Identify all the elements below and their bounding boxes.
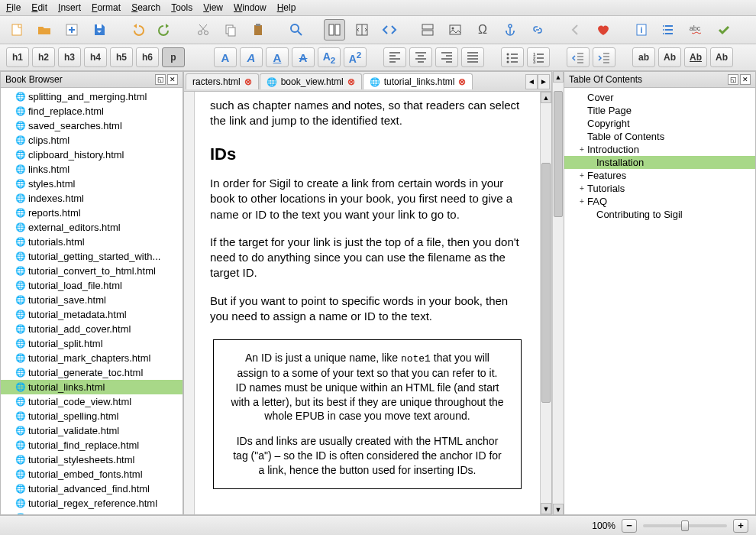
redo-icon[interactable] [154, 19, 176, 41]
file-item[interactable]: 🌐tutorial_convert_to_html.html [1, 264, 183, 278]
file-item[interactable]: 🌐tutorial_generate_toc.html [1, 365, 183, 380]
toc-item[interactable]: +Tutorials [564, 182, 755, 195]
scroll-up-icon[interactable]: ▲ [553, 71, 564, 83]
toc-item[interactable]: Title Page [564, 104, 755, 117]
case-upper-icon[interactable]: Ab [684, 47, 707, 67]
file-item[interactable]: 🌐saved_searches.html [1, 118, 183, 133]
toc-item[interactable]: Contributing to Sigil [564, 208, 755, 221]
open-icon[interactable] [34, 19, 55, 41]
link-icon[interactable] [527, 19, 548, 41]
expand-icon[interactable]: + [578, 145, 586, 154]
file-item[interactable]: 🌐clips.html [1, 133, 183, 148]
align-justify-icon[interactable] [461, 47, 484, 67]
insert-image-icon[interactable] [444, 19, 466, 41]
toc-item[interactable]: +Introduction [564, 143, 755, 156]
indent-icon[interactable] [593, 47, 615, 67]
donate-icon[interactable] [593, 19, 614, 41]
heading-h2-button[interactable]: h2 [32, 47, 55, 67]
validate-icon[interactable] [713, 19, 735, 41]
file-item[interactable]: 🌐clipboard_history.html [1, 148, 183, 162]
align-right-icon[interactable] [435, 47, 458, 67]
menu-insert[interactable]: Insert [58, 2, 81, 13]
align-center-icon[interactable] [409, 47, 432, 67]
book-view-icon[interactable] [324, 19, 345, 41]
case-lower-icon[interactable]: ab [632, 47, 655, 67]
file-item[interactable]: 🌐styles.html [1, 177, 183, 191]
paste-icon[interactable] [247, 19, 269, 41]
scroll-up-icon[interactable]: ▲ [541, 92, 551, 103]
toc-icon[interactable] [658, 19, 680, 41]
toc-item[interactable]: Table of Contents [564, 130, 755, 143]
file-item[interactable]: 🌐tutorial_advanced_find.html [1, 481, 183, 496]
copy-icon[interactable] [220, 19, 241, 41]
close-tab-icon[interactable]: ⊗ [458, 76, 466, 87]
cut-icon[interactable] [192, 19, 214, 41]
subscript-icon[interactable]: A2 [318, 47, 341, 67]
heading-h3-button[interactable]: h3 [58, 47, 81, 67]
zoom-out-button[interactable]: − [622, 519, 637, 533]
editor-content[interactable]: such as chapter names and notes, so that… [195, 92, 540, 514]
scroll-down-icon[interactable]: ▼ [541, 503, 551, 514]
case-swap-icon[interactable]: Ab [710, 47, 733, 67]
heading-h6-button[interactable]: h6 [136, 47, 159, 67]
save-icon[interactable] [89, 19, 110, 41]
zoom-in-button[interactable]: + [733, 519, 748, 533]
file-item[interactable]: 🌐tutorial_split.html [1, 336, 183, 351]
menu-file[interactable]: File [6, 2, 21, 13]
undo-icon[interactable] [127, 19, 148, 41]
strike-icon[interactable]: A [292, 47, 315, 67]
menu-view[interactable]: View [203, 2, 223, 13]
case-title-icon[interactable]: Ab [658, 47, 681, 67]
back-icon[interactable] [565, 19, 586, 41]
file-item[interactable]: 🌐tutorial_validate.html [1, 423, 183, 438]
file-item[interactable]: 🌐tutorial_find_replace.html [1, 438, 183, 452]
menu-format[interactable]: Format [92, 2, 121, 13]
file-item[interactable]: 🌐indexes.html [1, 191, 183, 206]
code-view-icon[interactable] [379, 19, 400, 41]
file-item[interactable]: 🌐tutorial_add_cover.html [1, 322, 183, 336]
split-icon[interactable] [417, 19, 438, 41]
add-icon[interactable] [61, 19, 82, 41]
panel-float-icon[interactable]: ◱ [728, 74, 738, 85]
heading-h4-button[interactable]: h4 [84, 47, 107, 67]
split-view-icon[interactable] [351, 19, 373, 41]
file-item[interactable]: 🌐tutorial_spelling.html [1, 409, 183, 423]
toc-item[interactable]: Cover [564, 91, 755, 104]
file-item[interactable]: 🌐tutorial_mark_chapters.html [1, 351, 183, 365]
metadata-icon[interactable]: i [631, 19, 652, 41]
tab-next-icon[interactable]: ► [538, 74, 550, 89]
toc-list[interactable]: CoverTitle PageCopyrightTable of Content… [564, 88, 755, 514]
menu-window[interactable]: Window [234, 2, 267, 13]
editor-scrollbar[interactable]: ▲ ▼ [540, 92, 551, 514]
scroll-down-icon[interactable]: ▼ [553, 504, 564, 515]
menu-tools[interactable]: Tools [171, 2, 192, 13]
file-list[interactable]: 🌐splitting_and_merging.html🌐find_replace… [1, 88, 183, 514]
file-item[interactable]: 🌐tutorial_save.html [1, 293, 183, 307]
new-icon[interactable] [6, 19, 27, 41]
close-tab-icon[interactable]: ⊗ [347, 76, 355, 87]
special-char-icon[interactable]: Ω [472, 19, 493, 41]
italic-icon[interactable]: A [240, 47, 263, 67]
tab-prev-icon[interactable]: ◄ [525, 74, 538, 89]
file-item[interactable]: 🌐tutorial_regex_reference.html [1, 496, 183, 511]
file-item[interactable]: 🌐links.html [1, 162, 183, 177]
heading-p-button[interactable]: p [162, 47, 185, 67]
file-item[interactable]: 🌐tutorial_load_file.html [1, 278, 183, 293]
bold-icon[interactable]: A [214, 47, 237, 67]
list-bullet-icon[interactable] [501, 47, 524, 67]
toc-item[interactable]: +Features [564, 169, 755, 182]
editor-tab[interactable]: racters.html⊗ [186, 73, 259, 89]
editor-tab[interactable]: 🌐book_view.html⊗ [260, 73, 362, 89]
file-item[interactable]: 🌐tutorials.html [1, 235, 183, 249]
splitter-scrollbar[interactable]: ▲ ▼ [552, 71, 564, 515]
panel-close-icon[interactable]: ✕ [740, 74, 751, 85]
zoom-slider[interactable] [643, 524, 727, 527]
panel-float-icon[interactable]: ◱ [155, 74, 166, 85]
close-tab-icon[interactable]: ⊗ [244, 76, 252, 87]
panel-close-icon[interactable]: ✕ [167, 74, 178, 85]
menu-help[interactable]: Help [277, 2, 296, 13]
expand-icon[interactable]: + [578, 184, 586, 193]
file-item[interactable]: 🌐tutorial_tips.html [1, 511, 183, 514]
toc-item[interactable]: +FAQ [564, 195, 755, 208]
expand-icon[interactable]: + [578, 171, 586, 180]
